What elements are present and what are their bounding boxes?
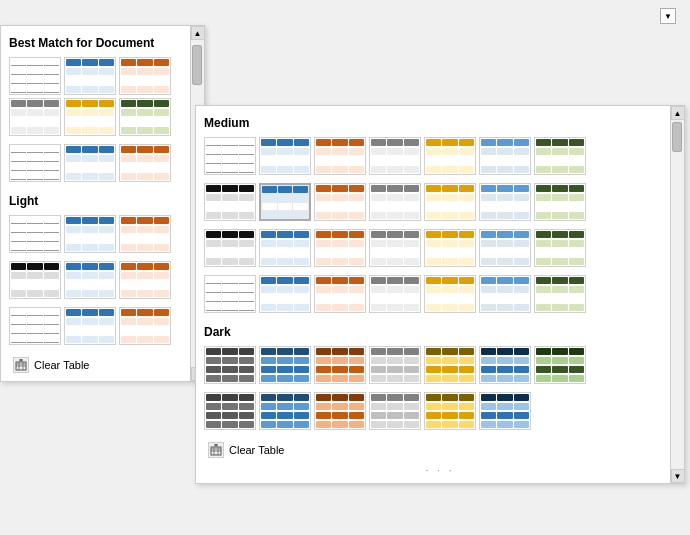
- table-style-orange-bm2[interactable]: [119, 144, 171, 182]
- table-style-darklgray-d1[interactable]: [369, 346, 421, 384]
- table-style-darkgold-d2[interactable]: [424, 392, 476, 430]
- table-style-orange-m2[interactable]: [314, 183, 366, 221]
- table-style-gray-m4[interactable]: [369, 275, 421, 313]
- scrollbar-thumb-left[interactable]: [192, 45, 202, 85]
- table-style-black-l2[interactable]: [9, 261, 61, 299]
- scrollbar-thumb-right[interactable]: [672, 122, 682, 152]
- table-style-yellow-m4[interactable]: [424, 275, 476, 313]
- medium-grid1: [204, 137, 676, 175]
- dark-title: Dark: [204, 323, 676, 341]
- table-style-darkblue-d2[interactable]: [259, 392, 311, 430]
- table-style-orange-m1[interactable]: [314, 137, 366, 175]
- table-style-ltblue-m4[interactable]: [479, 275, 531, 313]
- table-style-yellow-m2[interactable]: [424, 183, 476, 221]
- table-style-blue-m3[interactable]: [259, 229, 311, 267]
- table-style-black-m3[interactable]: [204, 229, 256, 267]
- table-style-orange-l2[interactable]: [119, 261, 171, 299]
- light-title: Light: [9, 192, 196, 210]
- table-style-gray-m1[interactable]: [369, 137, 421, 175]
- table-style-blue-m1[interactable]: [259, 137, 311, 175]
- table-style-darkblue-d1[interactable]: [259, 346, 311, 384]
- table-style-plain-l3[interactable]: [9, 307, 61, 345]
- table-style-orange-m4[interactable]: [314, 275, 366, 313]
- scroll-up-right[interactable]: ▲: [671, 106, 685, 120]
- clear-table-left[interactable]: Clear Table: [9, 353, 196, 377]
- table-style-plain-m1[interactable]: [204, 137, 256, 175]
- divider-dots: · · ·: [204, 462, 676, 479]
- table-style-plain-bm[interactable]: [9, 57, 61, 95]
- table-style-blue-l3[interactable]: [64, 307, 116, 345]
- table-style-darkorange-d1[interactable]: [314, 346, 366, 384]
- table-style-ltblue-m1[interactable]: [479, 137, 531, 175]
- table-style-green-m3[interactable]: [534, 229, 586, 267]
- clear-table-icon-right: [208, 442, 224, 458]
- table-style-yellow-bm[interactable]: [64, 98, 116, 136]
- table-style-darkgray-d2[interactable]: [204, 392, 256, 430]
- table-style-darkdkblue-d2[interactable]: [479, 392, 531, 430]
- dropdown-arrow-icon: ▼: [664, 12, 672, 21]
- table-style-blue-l1[interactable]: [64, 215, 116, 253]
- right-panel: ▲ ▼ Medium: [195, 105, 685, 484]
- table-style-plain-l1[interactable]: [9, 215, 61, 253]
- clear-table-icon-left: [13, 357, 29, 373]
- table-styles-container: ▼ ▲ ▼ Best Match for Document: [0, 0, 690, 535]
- table-style-darkdkgreen-d1[interactable]: [534, 346, 586, 384]
- table-style-darkorange-d2[interactable]: [314, 392, 366, 430]
- table-style-gray-bm[interactable]: [9, 98, 61, 136]
- table-style-blue-l2[interactable]: [64, 261, 116, 299]
- dropdown-arrow-button[interactable]: ▼: [660, 8, 676, 24]
- left-panel: ▲ ▼ Best Match for Document: [0, 25, 205, 382]
- scroll-up-left[interactable]: ▲: [191, 26, 205, 40]
- clear-table-label-right: Clear Table: [229, 444, 284, 456]
- table-style-green-bm[interactable]: [119, 98, 171, 136]
- table-style-green-m2[interactable]: [534, 183, 586, 221]
- best-match-title: Best Match for Document: [9, 34, 196, 52]
- clear-table-right[interactable]: Clear Table: [204, 438, 676, 462]
- table-style-darkgray-d1[interactable]: [204, 346, 256, 384]
- table-style-blue-m4[interactable]: [259, 275, 311, 313]
- light-grid2: [9, 261, 196, 299]
- table-style-black-m2[interactable]: [204, 183, 256, 221]
- table-style-orange-l3[interactable]: [119, 307, 171, 345]
- table-style-yellow-m3[interactable]: [424, 229, 476, 267]
- table-style-orange-m3[interactable]: [314, 229, 366, 267]
- table-style-gray-m3[interactable]: [369, 229, 421, 267]
- table-style-green-m4[interactable]: [534, 275, 586, 313]
- table-style-orange-bm[interactable]: [119, 57, 171, 95]
- table-style-blue-bm[interactable]: [64, 57, 116, 95]
- best-match-grid2: [9, 144, 196, 182]
- table-style-orange-l1[interactable]: [119, 215, 171, 253]
- table-style-darklgray-d2[interactable]: [369, 392, 421, 430]
- table-style-ltblue-m2[interactable]: [479, 183, 531, 221]
- medium-title: Medium: [204, 114, 676, 132]
- medium-grid4: [204, 275, 676, 313]
- clear-table-label-left: Clear Table: [34, 359, 89, 371]
- medium-grid2: [204, 183, 676, 221]
- table-style-yellow-m1[interactable]: [424, 137, 476, 175]
- light-grid3: [9, 307, 196, 345]
- right-scrollbar: ▲ ▼: [670, 106, 684, 483]
- table-style-plain-m4[interactable]: [204, 275, 256, 313]
- table-style-darkdkblue-d1[interactable]: [479, 346, 531, 384]
- dark-grid1: [204, 346, 676, 384]
- table-style-blue-bm2[interactable]: [64, 144, 116, 182]
- light-grid1: [9, 215, 196, 253]
- scrollbar-track-right: [671, 120, 685, 469]
- table-style-green-m1[interactable]: [534, 137, 586, 175]
- dark-grid2: [204, 392, 676, 430]
- table-style-darkgold-d1[interactable]: [424, 346, 476, 384]
- scroll-down-right[interactable]: ▼: [671, 469, 685, 483]
- medium-grid3: [204, 229, 676, 267]
- table-style-gray-m2[interactable]: [369, 183, 421, 221]
- table-style-plain-bm2[interactable]: [9, 144, 61, 182]
- table-style-blue-m2-selected[interactable]: [259, 183, 311, 221]
- table-style-ltblue-m3[interactable]: [479, 229, 531, 267]
- best-match-grid: [9, 57, 196, 136]
